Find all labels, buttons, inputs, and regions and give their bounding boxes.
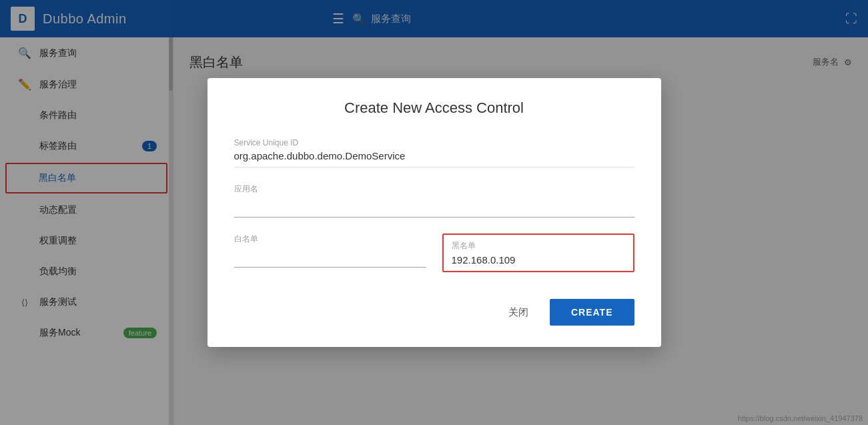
app-name-input[interactable] xyxy=(234,197,634,218)
blacklist-field: 黑名单 192.168.0.109 xyxy=(442,234,634,272)
modal-overlay[interactable]: Create New Access Control Service Unique… xyxy=(0,0,868,425)
whitelist-input[interactable] xyxy=(234,248,426,268)
whitelist-field[interactable]: 白名单 xyxy=(234,234,426,268)
service-uid-label: Service Unique ID xyxy=(234,138,634,147)
service-uid-field: Service Unique ID org.apache.dubbo.demo.… xyxy=(234,138,634,167)
blacklist-box: 黑名单 192.168.0.109 xyxy=(442,234,634,272)
dialog-actions: 关闭 CREATE xyxy=(234,299,634,326)
footer-url: https://blog.csdn.net/weixin_41947378 xyxy=(738,414,863,422)
app-name-field[interactable]: 应用名 xyxy=(234,183,634,218)
blacklist-value: 192.168.0.109 xyxy=(452,254,625,266)
create-access-control-dialog: Create New Access Control Service Unique… xyxy=(207,78,661,347)
list-row: 白名单 黑名单 192.168.0.109 xyxy=(234,234,634,272)
app-name-label: 应用名 xyxy=(234,183,634,195)
dialog-title: Create New Access Control xyxy=(234,99,634,117)
whitelist-label: 白名单 xyxy=(234,234,426,245)
blacklist-label: 黑名单 xyxy=(452,240,625,252)
create-button[interactable]: CREATE xyxy=(550,299,634,326)
service-uid-value: org.apache.dubbo.demo.DemoService xyxy=(234,150,634,167)
close-button[interactable]: 关闭 xyxy=(498,301,539,324)
